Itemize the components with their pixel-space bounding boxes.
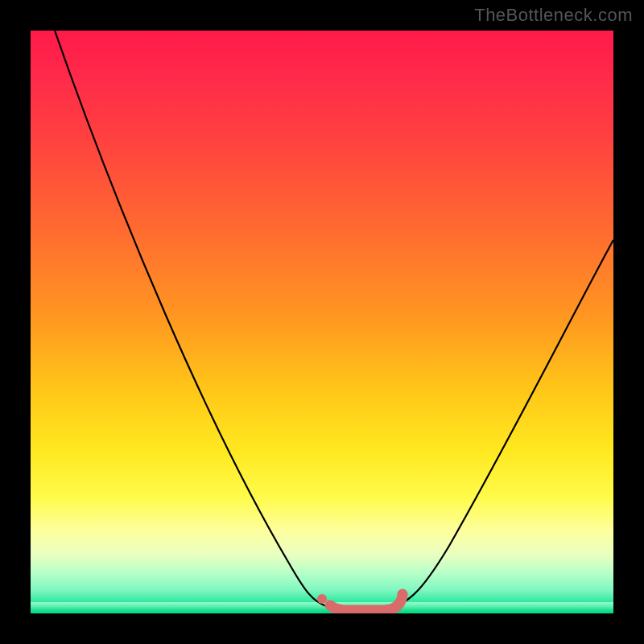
optimal-range-highlight — [330, 594, 402, 610]
curve-layer — [31, 31, 613, 613]
plot-area — [31, 31, 613, 613]
optimal-range-start-marker-icon — [317, 594, 327, 604]
bottleneck-curve — [55, 31, 613, 607]
watermark-text: TheBottleneck.com — [474, 5, 633, 26]
chart-stage: TheBottleneck.com — [0, 0, 644, 644]
